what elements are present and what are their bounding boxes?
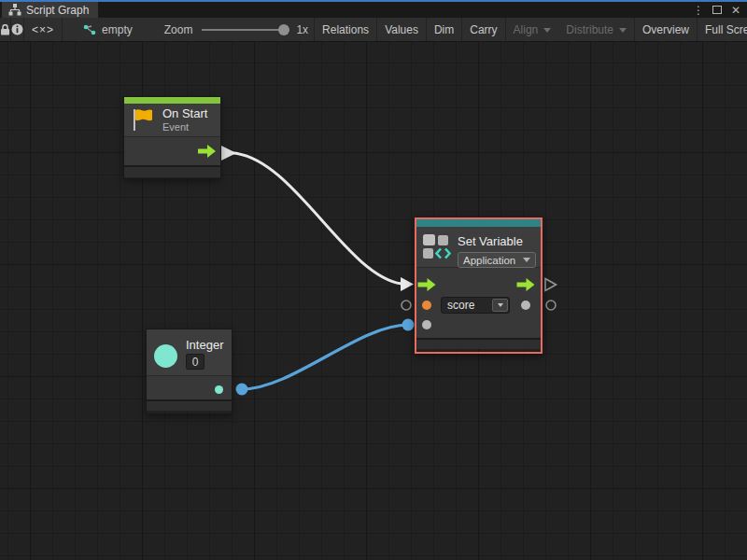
variable-scope-value: Application [463,255,523,266]
code-icon: <×> [32,23,54,36]
on-start-title: On Start [162,107,207,120]
align-button-label: Align [514,23,539,36]
fullscreen-button[interactable]: Full Screen [698,18,747,41]
integer-type-icon [154,344,177,368]
zoom-slider-handle[interactable] [278,24,289,35]
setvar-value-out-port[interactable] [521,301,530,310]
setvar-flow-in-port[interactable] [417,278,436,291]
on-start-header: On Start Event [124,104,220,137]
variable-name-dropdown-button[interactable] [492,299,508,312]
integer-header: Integer 0 [147,329,232,375]
graph-icon [83,24,96,35]
on-start-body [124,137,220,165]
zoom-slider-track[interactable] [202,29,289,31]
chevron-down-icon [619,28,627,33]
overview-button[interactable]: Overview [635,18,698,41]
zoom-slider[interactable] [202,23,289,36]
script-graph-window: Script Graph ⋮ ✕ <×> [0,0,747,560]
window-controls: ⋮ ✕ [691,2,747,18]
info-button[interactable] [11,18,24,41]
on-start-accent-strip [124,97,220,104]
graph-breadcrumb: empty Zoom 1x [63,18,315,41]
zoom-label: Zoom [164,23,193,36]
chevron-down-icon [523,258,530,262]
variables-icon [421,231,451,261]
maximize-button[interactable] [710,3,725,17]
tab-script-graph[interactable]: Script Graph [2,2,98,18]
on-start-subtitle: Event [162,121,207,133]
integer-body [147,375,232,399]
chevron-down-icon [498,303,503,307]
flag-icon [131,107,155,133]
values-button[interactable]: Values [377,18,427,41]
tab-title: Script Graph [26,4,89,17]
variable-name-value: score [442,299,492,312]
info-icon [11,23,23,35]
zoom-value: 1x [296,23,308,36]
set-variable-accent-strip [416,219,541,227]
relations-button[interactable]: Relations [315,18,377,41]
setvar-name-port[interactable] [422,301,431,310]
set-variable-header-text: Set Variable Application [458,232,536,268]
lock-button[interactable] [0,18,11,41]
lock-icon [0,24,10,35]
integer-value-out-port[interactable] [215,385,223,394]
variable-scope-dropdown[interactable]: Application [458,252,536,268]
setvar-value-in-port[interactable] [422,320,431,329]
distribute-button[interactable]: Distribute [558,18,635,41]
maximize-icon [712,6,722,14]
variable-name-dropdown[interactable]: score [441,297,510,314]
integer-value-field[interactable]: 0 [186,354,204,370]
graph-toolbar: <×> empty Zoom 1x Relations Values Dim C… [0,18,747,42]
on-start-flow-out-port[interactable] [198,145,216,158]
set-variable-header: Set Variable Application [416,227,541,268]
integer-footer [147,399,232,411]
set-variable-body: score [416,268,541,338]
integer-title: Integer [186,339,223,352]
align-button[interactable]: Align [506,18,559,41]
node-integer[interactable]: Integer 0 [147,329,232,413]
window-menu-button[interactable]: ⋮ [691,3,706,17]
on-start-footer [124,165,220,177]
node-on-start[interactable]: On Start Event [124,97,220,178]
chevron-down-icon [543,28,551,33]
distribute-button-label: Distribute [566,23,613,36]
on-start-text: On Start Event [162,107,207,133]
graph-canvas[interactable] [0,42,747,560]
code-view-button[interactable]: <×> [24,18,63,41]
dim-button[interactable]: Dim [427,18,462,41]
node-set-variable[interactable]: Set Variable Application score [415,217,543,354]
setvar-flow-out-port[interactable] [516,278,535,291]
carry-button[interactable]: Carry [462,18,505,41]
tab-bar: Script Graph ⋮ ✕ [0,2,747,18]
close-button[interactable]: ✕ [728,3,743,17]
graph-hierarchy-icon [8,4,21,16]
graph-state-label: empty [102,23,133,36]
set-variable-footer [416,338,541,349]
set-variable-title: Set Variable [458,234,523,248]
